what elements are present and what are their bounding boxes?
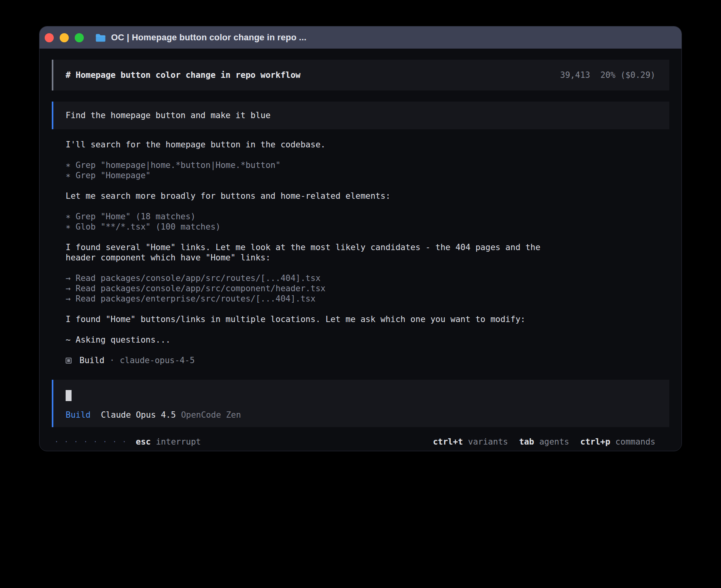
spinner-dots: · · · · · · · · [55, 437, 127, 447]
tool-call-group: ∗ Grep "Home" (18 matches) ∗ Glob "**/*.… [66, 211, 669, 232]
status-bar: · · · · · · · · esc interrupt ctrl+t var… [55, 437, 655, 447]
shortcut-variants: ctrl+t variants [433, 437, 508, 447]
tool-call-grep: ∗ Grep "Homepage" [66, 170, 669, 181]
user-message-text: Find the homepage button and make it blu… [66, 111, 270, 120]
agent-name: Build [79, 355, 104, 366]
tool-call-grep: ∗ Grep "Home" (18 matches) [66, 211, 669, 222]
tool-call-group: → Read packages/console/app/src/routes/[… [66, 273, 669, 304]
window-title: OC | Homepage button color change in rep… [111, 32, 306, 43]
agent-icon [66, 358, 72, 364]
file-read-line: → Read packages/console/app/src/componen… [66, 283, 669, 294]
token-count: 39,413 [560, 70, 590, 80]
folder-icon [95, 33, 106, 42]
traffic-lights [45, 33, 84, 42]
tool-call-grep: ∗ Grep "homepage|home.*button|Home.*butt… [66, 160, 669, 170]
terminal-window: OC | Homepage button color change in rep… [39, 26, 682, 451]
assistant-message: Let me search more broadly for buttons a… [66, 191, 572, 201]
commands-label: commands [615, 437, 655, 447]
agents-label: agents [539, 437, 569, 447]
input-mode: Build [66, 410, 91, 420]
input-provider: OpenCode Zen [181, 410, 241, 420]
esc-key-hint: esc [136, 437, 151, 447]
file-read-line: → Read packages/console/app/src/routes/[… [66, 273, 669, 283]
input-meta: Build Claude Opus 4.5 OpenCode Zen [66, 410, 657, 420]
assistant-message: I found several "Home" links. Let me loo… [66, 242, 572, 263]
tool-call-glob: ∗ Glob "**/*.tsx" (100 matches) [66, 222, 669, 232]
agent-model: claude-opus-4-5 [120, 355, 195, 366]
status-message: ~ Asking questions... [66, 335, 572, 345]
ctrl-p-key-hint: ctrl+p [580, 437, 610, 447]
context-usage: 20% ($0.29) [600, 70, 655, 80]
assistant-message: I'll search for the homepage button in t… [66, 139, 572, 150]
minimize-window-button[interactable] [60, 33, 69, 42]
prompt-input[interactable]: Build Claude Opus 4.5 OpenCode Zen [52, 380, 669, 427]
input-model: Claude Opus 4.5 [101, 410, 176, 420]
session-header: # Homepage button color change in repo w… [52, 60, 669, 90]
status-right: ctrl+t variants tab agents ctrl+p comman… [433, 437, 655, 447]
status-left: · · · · · · · · esc interrupt [55, 437, 201, 447]
window-titlebar[interactable]: OC | Homepage button color change in rep… [40, 26, 681, 49]
interrupt-label: interrupt [156, 437, 201, 447]
terminal-content: # Homepage button color change in repo w… [40, 49, 681, 451]
file-read-line: → Read packages/enterprise/src/routes/[.… [66, 294, 669, 304]
agent-status: Build · claude-opus-4-5 [66, 355, 669, 366]
user-message: Find the homepage button and make it blu… [52, 102, 669, 129]
zoom-window-button[interactable] [75, 33, 84, 42]
shortcut-commands: ctrl+p commands [580, 437, 655, 447]
tab-key-hint: tab [519, 437, 534, 447]
variants-label: variants [468, 437, 508, 447]
tool-call-group: ∗ Grep "homepage|home.*button|Home.*butt… [66, 160, 669, 181]
shortcut-agents: tab agents [519, 437, 569, 447]
text-cursor [66, 390, 72, 401]
assistant-message: I found "Home" buttons/links in multiple… [66, 314, 572, 324]
ctrl-t-key-hint: ctrl+t [433, 437, 463, 447]
agent-separator: · [109, 355, 115, 366]
session-title: # Homepage button color change in repo w… [66, 70, 300, 80]
session-meta: 39,413 20% ($0.29) [560, 70, 655, 80]
close-window-button[interactable] [45, 33, 54, 42]
